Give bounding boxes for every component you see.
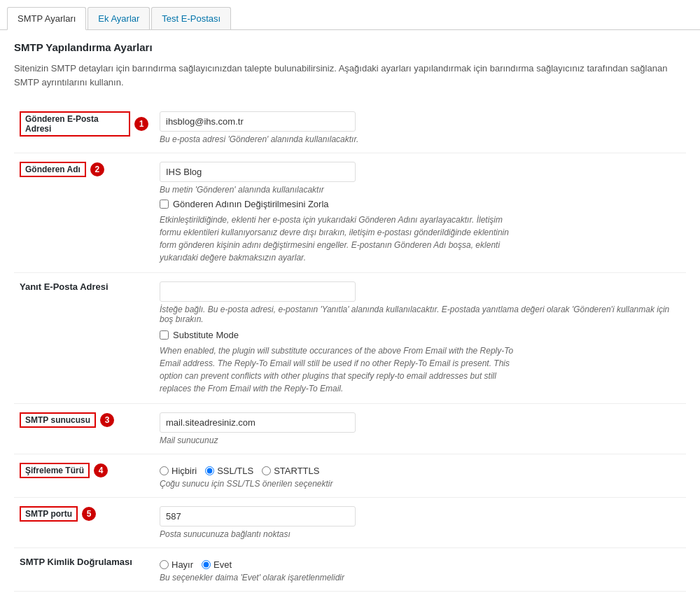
auth-hint: Bu seçenekler daima 'Evet' olarak işaret… xyxy=(160,573,680,582)
smtp-port-badge: 5 xyxy=(82,507,96,521)
smtp-port-field-cell: Posta sunucunuza bağlantı noktası xyxy=(154,498,686,548)
from-name-hint: Bu metin 'Gönderen' alanında kullanılaca… xyxy=(160,185,680,195)
section-title: SMTP Yapılandırma Ayarları xyxy=(14,41,686,53)
reply-to-label: Yanıt E-Posta Adresi xyxy=(20,281,108,292)
encryption-ssl-radio[interactable] xyxy=(205,466,214,475)
tab-smtp-ayarlari[interactable]: SMTP Ayarları xyxy=(7,7,86,30)
encryption-starttls-label: STARTTLS xyxy=(274,466,319,476)
row-from-name: Gönderen Adı 2 Bu metin 'Gönderen' alanı… xyxy=(14,153,686,273)
auth-no-radio[interactable] xyxy=(160,560,169,569)
main-content: SMTP Yapılandırma Ayarları Sitenizin SMT… xyxy=(0,30,700,600)
from-email-hint: Bu e-posta adresi 'Gönderen' alanında ku… xyxy=(160,134,680,144)
intro-text: Sitenizin SMTP detayları için barındırma… xyxy=(14,62,686,89)
encryption-ssl-label: SSL/TLS xyxy=(217,466,253,476)
reply-to-hint: İsteğe bağlı. Bu e-posta adresi, e-posta… xyxy=(160,305,680,324)
settings-table: Gönderen E-Posta Adresi 1 Bu e-posta adr… xyxy=(14,103,686,600)
row-from-email: Gönderen E-Posta Adresi 1 Bu e-posta adr… xyxy=(14,103,686,153)
auth-no-label: Hayır xyxy=(172,559,193,570)
reply-to-field-cell: İsteğe bağlı. Bu e-posta adresi, e-posta… xyxy=(154,273,686,404)
smtp-host-input[interactable] xyxy=(160,412,356,433)
encryption-badge: 4 xyxy=(94,463,108,477)
smtp-host-badge: 3 xyxy=(100,413,114,427)
substitute-mode-label: Substitute Mode xyxy=(173,330,239,340)
smtp-host-hint: Mail sunucunuz xyxy=(160,435,680,445)
encryption-hint: Çoğu sunucu için SSL/TLS önerilen seçene… xyxy=(160,479,680,489)
smtp-host-field-cell: Mail sunucunuz xyxy=(154,404,686,454)
force-name-label: Gönderen Adının Değiştirilmesini Zorla xyxy=(173,199,329,209)
smtp-host-label: SMTP sunucusu xyxy=(20,412,96,428)
encryption-none-label: Hiçbiri xyxy=(172,466,197,476)
auth-field-cell: Hayır Evet Bu seçenekler daima 'Evet' ol… xyxy=(154,548,686,592)
reply-to-input[interactable] xyxy=(160,281,356,302)
auth-yes-label: Evet xyxy=(214,559,232,570)
from-email-badge: 1 xyxy=(134,117,148,131)
row-smtp-port: SMTP portu 5 Posta sunucunuza bağlantı n… xyxy=(14,498,686,548)
tab-ek-ayarlar[interactable]: Ek Ayarlar xyxy=(88,7,150,29)
smtp-port-hint: Posta sunucunuza bağlantı noktası xyxy=(160,529,680,539)
smtp-user-field-cell: Mail sunucunuzun kullanıcı adı xyxy=(154,592,686,601)
encryption-none-radio[interactable] xyxy=(160,466,169,475)
tab-test-epostasi[interactable]: Test E-Postası xyxy=(151,7,231,29)
from-name-badge: 2 xyxy=(90,162,104,176)
from-name-field-cell: Bu metin 'Gönderen' alanında kullanılaca… xyxy=(154,153,686,273)
row-smtp-user: SMTP kullanıcı adı 6 Mail sunucunuzun ku… xyxy=(14,592,686,601)
smtp-port-label: SMTP portu xyxy=(20,506,78,522)
row-encryption: Şifreleme Türü 4 Hiçbiri SSL/TLS xyxy=(14,454,686,498)
from-name-label: Gönderen Adı xyxy=(20,162,86,177)
row-smtp-host: SMTP sunucusu 3 Mail sunucunuz xyxy=(14,404,686,454)
encryption-starttls-radio[interactable] xyxy=(262,466,271,475)
row-reply-to: Yanıt E-Posta Adresi İsteğe bağlı. Bu e-… xyxy=(14,273,686,404)
smtp-port-input[interactable] xyxy=(160,506,356,526)
row-auth: SMTP Kimlik Doğrulaması Hayır Evet Bu se xyxy=(14,548,686,592)
encryption-label: Şifreleme Türü xyxy=(20,463,90,478)
auth-label: SMTP Kimlik Doğrulaması xyxy=(20,557,132,567)
force-name-block-hint: Etkinleştirildiğinde, eklenti her e-post… xyxy=(160,214,524,264)
force-name-checkbox[interactable] xyxy=(160,200,169,209)
from-email-label: Gönderen E-Posta Adresi xyxy=(20,111,130,137)
encryption-field-cell: Hiçbiri SSL/TLS STARTTLS Çoğu sunucu içi… xyxy=(154,454,686,498)
from-email-input[interactable] xyxy=(160,111,356,132)
tabs-bar: SMTP Ayarları Ek Ayarlar Test E-Postası xyxy=(0,0,700,30)
substitute-mode-checkbox[interactable] xyxy=(160,330,169,340)
from-email-field-cell: Bu e-posta adresi 'Gönderen' alanında ku… xyxy=(154,103,686,153)
auth-yes-radio[interactable] xyxy=(202,560,211,569)
from-name-input[interactable] xyxy=(160,162,356,182)
substitute-mode-hint: When enabled, the plugin will substitute… xyxy=(160,344,524,395)
